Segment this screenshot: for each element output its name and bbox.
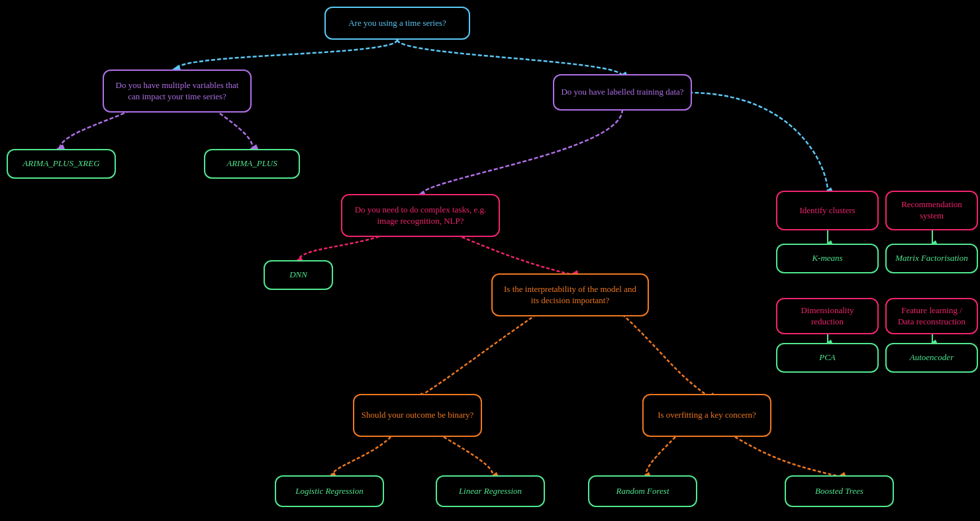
- node-autoencoder: Autoencoder: [885, 343, 978, 373]
- node-matrix-factorisation: Matrix Factorisation: [885, 244, 978, 273]
- node-binary-outcome: Should your outcome be binary?: [353, 394, 482, 437]
- node-linear-regression: Linear Regression: [436, 475, 545, 507]
- node-random-forest: Random Forest: [588, 475, 697, 507]
- node-logistic-regression: Logistic Regression: [275, 475, 384, 507]
- node-time-series: Are you using a time series?: [324, 7, 470, 40]
- node-arima-xreg: ARIMA_PLUS_XREG: [7, 149, 116, 179]
- node-interpretability: Is the interpretability of the model and…: [491, 273, 649, 316]
- node-complex-tasks: Do you need to do complex tasks, e.g. im…: [341, 194, 500, 237]
- node-labelled-data: Do you have labelled training data?: [553, 74, 692, 111]
- node-overfitting: Is overfitting a key concern?: [642, 394, 771, 437]
- flowchart: Are you using a time series? Do you have…: [0, 0, 980, 521]
- node-feature-learning: Feature learning / Data reconstruction: [885, 298, 978, 334]
- node-dim-reduction: Dimensionality reduction: [776, 298, 879, 334]
- node-pca: PCA: [776, 343, 879, 373]
- node-kmeans: K-means: [776, 244, 879, 273]
- node-multiple-vars: Do you have multiple variables that can …: [103, 70, 252, 113]
- node-dnn: DNN: [264, 260, 333, 290]
- node-recommendation: Recommendation system: [885, 191, 978, 230]
- node-arima-plus: ARIMA_PLUS: [204, 149, 300, 179]
- node-boosted-trees: Boosted Trees: [785, 475, 894, 507]
- node-identify-clusters: Identify clusters: [776, 191, 879, 230]
